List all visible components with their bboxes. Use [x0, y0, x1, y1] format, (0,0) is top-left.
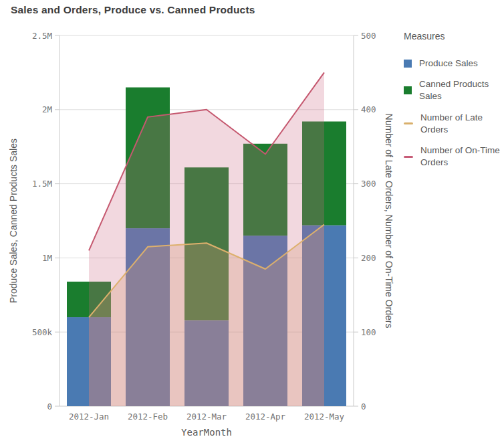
- x-axis-tick-label: 2012-Feb: [128, 412, 168, 422]
- right-axis-tick-label: 400: [361, 104, 376, 114]
- legend-item-label: Canned Products Sales: [419, 78, 503, 102]
- legend-items: Produce SalesCanned Products SalesNumber…: [404, 58, 503, 169]
- legend-item-label: Number of Late Orders: [420, 112, 503, 136]
- right-axis-title: Number of Late Orders, Number of On-Time…: [384, 114, 394, 329]
- x-axis-tick-label: 2012-Jan: [69, 412, 109, 422]
- x-axis-title: YearMonth: [181, 427, 232, 438]
- legend-item-produce-sales[interactable]: Produce Sales: [404, 58, 503, 70]
- legend-item-number-of-on-time-orders[interactable]: Number of On-Time Orders: [404, 145, 503, 169]
- left-axis-tick-label: 2M: [42, 104, 52, 114]
- right-axis-tick-label: 200: [361, 253, 376, 263]
- left-axis-tick-label: 0: [47, 401, 52, 412]
- x-axis-tick-label: 2012-May: [304, 412, 345, 422]
- right-axis-tick-label: 100: [361, 327, 376, 337]
- left-axis-title: Produce Sales, Canned Products Sales: [8, 139, 19, 303]
- legend-title: Measures: [404, 31, 503, 41]
- left-axis-tick-label: 1M: [42, 253, 52, 263]
- left-axis-tick-label: 2.5M: [32, 31, 52, 41]
- right-axis-tick-label: 300: [361, 179, 376, 189]
- left-axis-tick-label: 1.5M: [32, 179, 52, 189]
- right-axis-tick-label: 500: [361, 31, 376, 41]
- legend-item-label: Produce Sales: [419, 58, 478, 70]
- line-swatch-number-of-late-orders: [404, 122, 413, 124]
- legend-item-label: Number of On-Time Orders: [420, 145, 503, 169]
- right-axis-tick-label: 0: [361, 401, 366, 412]
- x-axis-tick-label: 2012-Mar: [186, 412, 227, 422]
- legend: Measures Produce SalesCanned Products Sa…: [404, 31, 503, 178]
- legend-item-canned-products-sales[interactable]: Canned Products Sales: [404, 78, 503, 102]
- square-swatch-produce-sales: [404, 60, 412, 68]
- left-axis-tick-label: 500k: [32, 327, 53, 337]
- line-swatch-number-of-on-time-orders: [404, 156, 413, 158]
- x-axis-tick-label: 2012-Apr: [245, 412, 286, 422]
- square-swatch-canned-products-sales: [404, 86, 412, 94]
- legend-item-number-of-late-orders[interactable]: Number of Late Orders: [404, 112, 503, 136]
